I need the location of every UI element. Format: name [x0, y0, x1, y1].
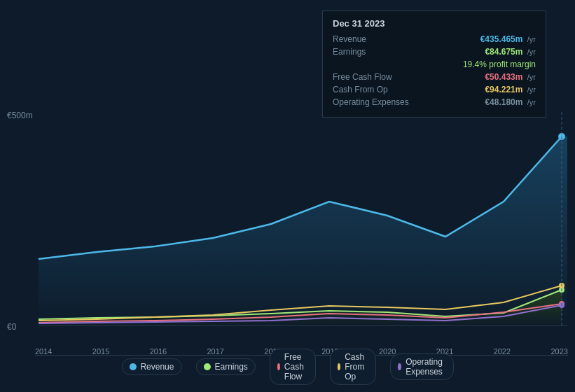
legend-revenue[interactable]: Revenue [121, 358, 181, 375]
chart-legend: Revenue Earnings Free Cash Flow Cash Fro… [121, 349, 453, 385]
x-label-2015: 2015 [92, 347, 109, 356]
tooltip-value-fcf: €50.433m [485, 72, 522, 82]
legend-fcf[interactable]: Free Cash Flow [270, 349, 316, 385]
legend-label-revenue: Revenue [140, 362, 174, 372]
tooltip-pyr-fcf: /yr [527, 73, 536, 81]
tooltip-card: Dec 31 2023 Revenue €435.465m /yr Earnin… [322, 10, 546, 118]
legend-label-fcf: Free Cash Flow [284, 352, 308, 382]
tooltip-row-fcf: Free Cash Flow €50.433m /yr [333, 72, 536, 82]
tooltip-row-earnings: Earnings €84.675m /yr [333, 47, 536, 57]
tooltip-value-opex: €48.180m [485, 97, 522, 107]
tooltip-value-earnings: €84.675m [485, 47, 522, 57]
tooltip-label-earnings: Earnings [333, 47, 417, 57]
tooltip-label-revenue: Revenue [333, 34, 417, 44]
x-label-2014: 2014 [35, 347, 52, 356]
x-label-2023: 2023 [550, 347, 567, 356]
legend-cashop[interactable]: Cash From Op [330, 349, 376, 385]
legend-dot-opex [398, 363, 401, 370]
tooltip-label-opex: Operating Expenses [333, 97, 417, 107]
tooltip-pyr-opex: /yr [527, 98, 536, 106]
chart-container: Dec 31 2023 Revenue €435.465m /yr Earnin… [0, 0, 575, 392]
tooltip-label-fcf: Free Cash Flow [333, 72, 417, 82]
legend-label-earnings: Earnings [214, 362, 247, 372]
legend-earnings[interactable]: Earnings [195, 358, 255, 375]
tooltip-pyr-revenue: /yr [527, 35, 536, 43]
tooltip-pyr-earnings: /yr [527, 48, 536, 56]
tooltip-row-revenue: Revenue €435.465m /yr [333, 34, 536, 44]
legend-label-opex: Operating Expenses [406, 357, 445, 377]
legend-dot-fcf [277, 363, 280, 370]
legend-opex[interactable]: Operating Expenses [390, 354, 454, 380]
legend-dot-earnings [203, 363, 210, 370]
tooltip-value-revenue: €435.465m [480, 34, 523, 44]
tooltip-row-cashop: Cash From Op €94.221m /yr [333, 85, 536, 94]
tooltip-value-cashop: €94.221m [485, 85, 522, 94]
legend-label-cashop: Cash From Op [345, 352, 368, 382]
tooltip-pyr-cashop: /yr [527, 85, 536, 94]
revenue-area [39, 136, 567, 326]
tooltip-row-margin: 19.4% profit margin [333, 59, 536, 69]
x-label-2022: 2022 [494, 347, 511, 356]
tooltip-label-cashop: Cash From Op [333, 85, 417, 94]
tooltip-row-opex: Operating Expenses €48.180m /yr [333, 97, 536, 107]
tooltip-profit-margin: 19.4% profit margin [463, 59, 536, 69]
legend-dot-revenue [129, 363, 136, 370]
legend-dot-cashop [338, 363, 340, 370]
tooltip-date: Dec 31 2023 [333, 18, 536, 29]
